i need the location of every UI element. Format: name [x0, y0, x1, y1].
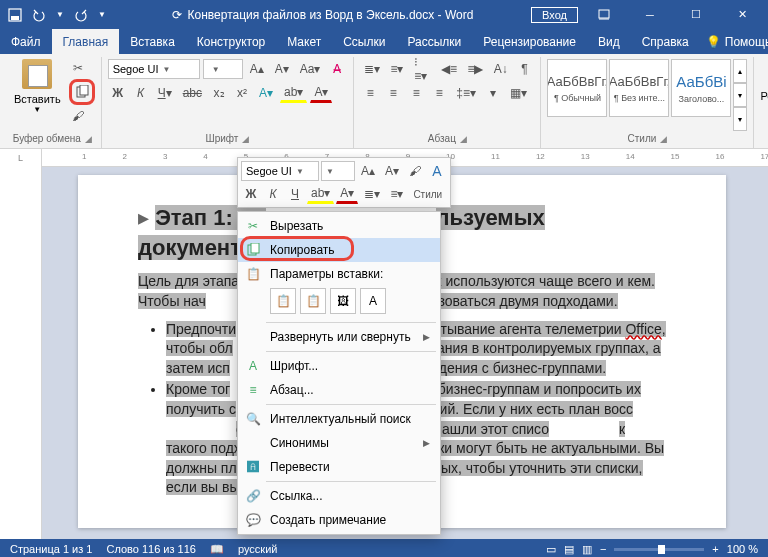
zoom-slider[interactable] [614, 548, 704, 551]
font-name-combo[interactable]: Segoe UI▼ [108, 59, 200, 79]
align-left-button[interactable]: ≡ [360, 83, 380, 103]
tab-layout[interactable]: Макет [276, 29, 332, 54]
font-size-combo[interactable]: ▼ [203, 59, 243, 79]
cut-button[interactable]: ✂ [69, 59, 87, 77]
editing-label[interactable]: Редактирование [760, 90, 768, 102]
line-spacing-button[interactable]: ‡≡▾ [452, 83, 480, 103]
status-words[interactable]: Слово 116 из 116 [106, 543, 196, 555]
style-heading1[interactable]: АаБбВіЗаголово... [671, 59, 731, 117]
borders-button[interactable]: ▦▾ [506, 83, 531, 103]
minimize-button[interactable]: ─ [630, 0, 670, 29]
outdent-button[interactable]: ◀≡ [437, 59, 460, 79]
mini-numbering[interactable]: ≡▾ [386, 184, 407, 204]
mini-font-combo[interactable]: Segoe UI▼ [241, 161, 319, 181]
status-language[interactable]: русский [238, 543, 277, 555]
status-spell-icon[interactable]: 📖 [210, 543, 224, 556]
styles-scroll[interactable]: ▴▾▾ [733, 59, 747, 131]
view-web-icon[interactable]: ▥ [582, 543, 592, 556]
indent-button[interactable]: ≡▶ [464, 59, 487, 79]
vertical-ruler[interactable] [0, 167, 42, 539]
strike-button[interactable]: abc [179, 83, 206, 103]
redo-icon[interactable] [74, 8, 88, 22]
subscript-button[interactable]: x₂ [209, 83, 229, 103]
para-dialog-launcher[interactable]: ◢ [460, 134, 467, 144]
tab-design[interactable]: Конструктор [186, 29, 276, 54]
zoom-in[interactable]: + [712, 543, 718, 555]
qat-customize[interactable]: ▼ [98, 10, 106, 19]
tab-insert[interactable]: Вставка [119, 29, 186, 54]
shrink-font-button[interactable]: A▾ [271, 59, 293, 79]
font-dialog-launcher[interactable]: ◢ [242, 134, 249, 144]
mini-italic[interactable]: К [263, 184, 283, 204]
style-normal[interactable]: АаБбВвГг,¶ Обычный [547, 59, 607, 117]
paste-picture[interactable]: 🖼 [330, 288, 356, 314]
clipboard-dialog-launcher[interactable]: ◢ [85, 134, 92, 144]
ctx-font[interactable]: AШрифт... [238, 354, 440, 378]
tab-help[interactable]: Справка [631, 29, 700, 54]
text-effects-button[interactable]: A▾ [255, 83, 277, 103]
superscript-button[interactable]: x² [232, 83, 252, 103]
mini-grow-font[interactable]: A▴ [357, 161, 379, 181]
paste-text-only[interactable]: A [360, 288, 386, 314]
maximize-button[interactable]: ☐ [676, 0, 716, 29]
mini-underline[interactable]: Ч [285, 184, 305, 204]
numbering-button[interactable]: ≡▾ [387, 59, 407, 79]
save-icon[interactable] [8, 8, 22, 22]
mini-bold[interactable]: Ж [241, 184, 261, 204]
grow-font-button[interactable]: A▴ [246, 59, 268, 79]
undo-icon[interactable] [32, 8, 46, 22]
tab-home[interactable]: Главная [52, 29, 120, 54]
ctx-new-comment[interactable]: 💬Создать примечание [238, 508, 440, 532]
show-marks-button[interactable]: ¶ [514, 59, 534, 79]
style-no-spacing[interactable]: АаБбВвГг,¶ Без инте... [609, 59, 669, 117]
copy-button[interactable] [73, 83, 91, 101]
close-button[interactable]: ✕ [722, 0, 762, 29]
mini-font-color[interactable]: A▾ [336, 184, 358, 204]
justify-button[interactable]: ≡ [429, 83, 449, 103]
multilevel-button[interactable]: ⁝≡▾ [410, 59, 434, 79]
ctx-smart-lookup[interactable]: 🔍Интеллектуальный поиск [238, 407, 440, 431]
tab-review[interactable]: Рецензирование [472, 29, 587, 54]
bullets-button[interactable]: ≣▾ [360, 59, 383, 79]
styles-dialog-launcher[interactable]: ◢ [660, 134, 667, 144]
clear-format-button[interactable]: A̶ [327, 59, 347, 79]
paste-keep-source[interactable]: 📋 [270, 288, 296, 314]
mini-styles-button[interactable]: A [427, 161, 447, 181]
paste-merge[interactable]: 📋 [300, 288, 326, 314]
align-center-button[interactable]: ≡ [383, 83, 403, 103]
ribbon-options-icon[interactable] [584, 0, 624, 29]
paste-dropdown[interactable]: ▼ [33, 105, 41, 114]
ctx-synonyms[interactable]: Синонимы▶ [238, 431, 440, 455]
tell-me[interactable]: 💡Помощь [700, 35, 768, 49]
tab-references[interactable]: Ссылки [332, 29, 396, 54]
signin-button[interactable]: Вход [531, 7, 578, 23]
mini-bullets[interactable]: ≣▾ [360, 184, 384, 204]
font-color-button[interactable]: A▾ [310, 83, 332, 103]
mini-highlight[interactable]: ab▾ [307, 184, 334, 204]
ctx-paragraph[interactable]: ≡Абзац... [238, 378, 440, 402]
format-painter-button[interactable]: 🖌 [69, 107, 87, 125]
bold-button[interactable]: Ж [108, 83, 128, 103]
mini-format-painter[interactable]: 🖌 [405, 161, 425, 181]
zoom-value[interactable]: 100 % [727, 543, 758, 555]
undo-dropdown[interactable]: ▼ [56, 10, 64, 19]
sort-button[interactable]: A↓ [490, 59, 511, 79]
view-read-icon[interactable]: ▭ [546, 543, 556, 556]
underline-button[interactable]: Ч▾ [154, 83, 176, 103]
ctx-cut[interactable]: ✂Вырезать [238, 214, 440, 238]
tab-file[interactable]: Файл [0, 29, 52, 54]
paste-button[interactable]: Вставить ▼ [10, 57, 65, 131]
align-right-button[interactable]: ≡ [406, 83, 426, 103]
change-case-button[interactable]: Aa▾ [296, 59, 325, 79]
shading-button[interactable]: ▾ [483, 83, 503, 103]
status-page[interactable]: Страница 1 из 1 [10, 543, 92, 555]
mini-shrink-font[interactable]: A▾ [381, 161, 403, 181]
ctx-copy[interactable]: Копировать [238, 238, 440, 262]
ctx-link[interactable]: 🔗Ссылка... [238, 484, 440, 508]
ctx-expand[interactable]: Развернуть или свернуть▶ [238, 325, 440, 349]
mini-size-combo[interactable]: ▼ [321, 161, 355, 181]
tab-mailings[interactable]: Рассылки [396, 29, 472, 54]
view-print-icon[interactable]: ▤ [564, 543, 574, 556]
ctx-translate[interactable]: 🅰Перевести [238, 455, 440, 479]
zoom-out[interactable]: − [600, 543, 606, 555]
